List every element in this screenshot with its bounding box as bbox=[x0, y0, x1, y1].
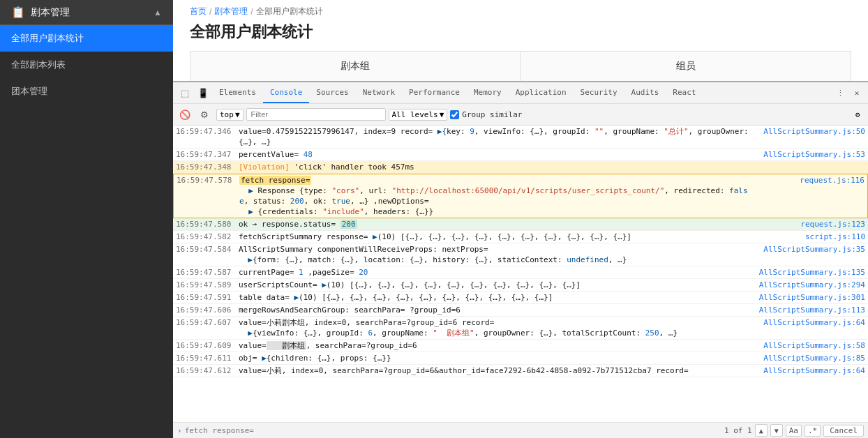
log-msg: value=小莉剧本组, index=0, searchPara=?group_… bbox=[239, 317, 754, 338]
breadcrumb-section[interactable]: 剧本管理 bbox=[214, 6, 248, 17]
log-time: 16:59:47.589 bbox=[176, 280, 239, 290]
sidebar-icon: 📋 bbox=[11, 6, 25, 19]
log-source[interactable]: request.js:116 bbox=[753, 175, 865, 186]
page-count: 1 of 1 bbox=[724, 426, 752, 435]
table-header: 剧本组 组员 bbox=[190, 51, 851, 81]
log-time: 16:59:47.584 bbox=[176, 244, 239, 255]
log-source[interactable]: AllScriptSummary.js:53 bbox=[754, 149, 865, 160]
group-similar-label[interactable]: Group similar bbox=[450, 110, 522, 119]
top-context-dropdown[interactable]: top ▼ bbox=[216, 109, 244, 121]
console-clear-icon[interactable]: 🚫 bbox=[176, 105, 194, 123]
log-msg: obj= ▶{children: {…}, props: {…}} bbox=[239, 353, 754, 363]
sidebar-item-team-management[interactable]: 团本管理 bbox=[0, 78, 173, 105]
devtools-device-icon[interactable]: 📱 bbox=[194, 84, 212, 102]
sidebar-item-all-scripts[interactable]: 全部剧本列表 bbox=[0, 52, 173, 78]
log-source[interactable]: AllScriptSummary.js:58 bbox=[754, 340, 865, 351]
log-msg: percentValue= 48 bbox=[239, 149, 754, 160]
log-row: 16:59:47.611 obj= ▶{children: {…}, props… bbox=[173, 352, 868, 365]
levels-arrow-icon: ▼ bbox=[440, 110, 444, 119]
log-msg: value= 剧本组, searchPara=?group_id=6 bbox=[239, 340, 754, 351]
tab-sources[interactable]: Sources bbox=[309, 82, 355, 103]
devtools-more-icon[interactable]: ⋮ bbox=[832, 84, 848, 102]
log-source[interactable]: AllScriptSummary.js:135 bbox=[754, 267, 865, 278]
tab-console[interactable]: Console bbox=[263, 82, 309, 103]
page-title: 全部用户剧本统计 bbox=[190, 22, 851, 43]
log-row: 16:59:47.607 value=小莉剧本组, index=0, searc… bbox=[173, 317, 868, 340]
log-msg: ok → response.status= 200 bbox=[239, 219, 754, 229]
log-source[interactable]: AllScriptSummary.js:64 bbox=[754, 365, 865, 376]
regex-button[interactable]: .* bbox=[805, 425, 821, 437]
log-time: 16:59:47.347 bbox=[176, 149, 239, 160]
log-msg: currentPage= 1 ,pageSize= 20 bbox=[239, 267, 754, 278]
log-source[interactable]: script.js:110 bbox=[754, 232, 865, 242]
log-row-ok: 16:59:47.580 ok → response.status= 200 r… bbox=[173, 218, 868, 231]
devtools-panel: ⬚ 📱 Elements Console Sources Network Per… bbox=[173, 81, 868, 438]
tab-network[interactable]: Network bbox=[356, 82, 402, 103]
log-source[interactable]: AllScriptSummary.js:64 bbox=[754, 317, 865, 328]
log-msg: value=0.47591522157996147, index=9 recor… bbox=[239, 126, 754, 147]
log-row-highlighted: 16:59:47.578 fetch response= ▶ Response … bbox=[173, 174, 868, 218]
tab-security[interactable]: Security bbox=[574, 82, 624, 103]
tab-audits[interactable]: Audits bbox=[624, 82, 666, 103]
console-prompt-icon: › bbox=[177, 426, 182, 435]
sidebar-collapse-icon[interactable]: ▲ bbox=[154, 8, 162, 17]
sidebar-item-all-user-scripts[interactable]: 全部用户剧本统计 bbox=[0, 25, 173, 52]
console-log-area[interactable]: 16:59:47.346 value=0.47591522157996147, … bbox=[173, 126, 868, 422]
dropdown-arrow-icon: ▼ bbox=[235, 110, 240, 119]
devtools-tab-bar: ⬚ 📱 Elements Console Sources Network Per… bbox=[173, 82, 868, 104]
log-time: 16:59:47.348 bbox=[176, 162, 239, 172]
log-time: 16:59:47.582 bbox=[176, 232, 239, 242]
devtools-inspect-icon[interactable]: ⬚ bbox=[176, 84, 194, 102]
log-msg: AllScriptSummary componentWillReceivePro… bbox=[239, 244, 754, 265]
aa-button[interactable]: Aa bbox=[786, 425, 802, 437]
log-row: 16:59:47.582 fetchScriptSummary response… bbox=[173, 231, 868, 243]
sidebar-header-left: 📋 剧本管理 bbox=[11, 6, 70, 19]
tab-elements[interactable]: Elements bbox=[212, 82, 263, 103]
log-msg: userScriptsCount= ▶(10) [{…}, {…}, {…}, … bbox=[239, 280, 754, 290]
table-col-scripts: 剧本组 bbox=[190, 52, 521, 81]
log-row: 16:59:47.587 currentPage= 1 ,pageSize= 2… bbox=[173, 266, 868, 279]
console-bottom-bar: › 1 of 1 ▲ ▼ Aa .* Cancel bbox=[173, 422, 868, 438]
log-row-violation: 16:59:47.348 [Violation] 'click' handler… bbox=[173, 161, 868, 174]
log-msg: fetchScriptSummary response= ▶(10) [{…},… bbox=[239, 232, 754, 242]
tab-memory[interactable]: Memory bbox=[467, 82, 509, 103]
breadcrumb-sep1: / bbox=[209, 7, 211, 17]
breadcrumb-home[interactable]: 首页 bbox=[190, 6, 207, 17]
console-filter-icon[interactable]: ⚙ bbox=[195, 105, 214, 123]
nav-down-btn[interactable]: ▼ bbox=[770, 424, 783, 437]
log-row: 16:59:47.347 percentValue= 48 AllScriptS… bbox=[173, 149, 868, 161]
log-msg: [Violation] 'click' handler took 457ms bbox=[239, 162, 754, 172]
table-area: 剧本组 组员 bbox=[173, 51, 868, 81]
table-col-members: 组员 bbox=[521, 52, 851, 81]
tab-performance[interactable]: Performance bbox=[402, 82, 467, 103]
log-time: 16:59:47.578 bbox=[177, 175, 239, 186]
filter-input[interactable] bbox=[246, 108, 386, 121]
log-source[interactable]: AllScriptSummary.js:50 bbox=[754, 126, 865, 137]
log-msg: mergeRowsAndSearchGroup: searchPara= ?gr… bbox=[239, 305, 754, 315]
sidebar: 📋 剧本管理 ▲ 全部用户剧本统计 全部剧本列表 团本管理 bbox=[0, 0, 173, 438]
log-source[interactable]: AllScriptSummary.js:113 bbox=[754, 305, 865, 315]
log-row: 16:59:47.606 mergeRowsAndSearchGroup: se… bbox=[173, 304, 868, 317]
devtools-close-icon[interactable]: ✕ bbox=[848, 84, 865, 102]
group-similar-checkbox[interactable] bbox=[450, 110, 459, 119]
levels-dropdown[interactable]: All levels ▼ bbox=[389, 109, 448, 121]
tab-application[interactable]: Application bbox=[509, 82, 574, 103]
cancel-button[interactable]: Cancel bbox=[823, 425, 864, 437]
console-input[interactable] bbox=[185, 426, 721, 435]
log-time: 16:59:47.591 bbox=[176, 292, 239, 303]
log-source[interactable]: AllScriptSummary.js:35 bbox=[754, 244, 865, 255]
bottom-right-controls: 1 of 1 ▲ ▼ Aa .* Cancel bbox=[724, 424, 864, 437]
nav-up-btn[interactable]: ▲ bbox=[755, 424, 768, 437]
breadcrumb-sep2: / bbox=[250, 7, 253, 17]
console-toolbar: 🚫 ⚙ top ▼ All levels ▼ Group similar ⚙ bbox=[173, 104, 868, 126]
sidebar-header: 📋 剧本管理 ▲ bbox=[0, 0, 173, 25]
log-source[interactable]: AllScriptSummary.js:85 bbox=[754, 353, 865, 363]
log-time: 16:59:47.611 bbox=[176, 353, 239, 363]
tab-react[interactable]: React bbox=[666, 82, 703, 103]
log-source[interactable]: AllScriptSummary.js:294 bbox=[754, 280, 865, 290]
console-settings-icon[interactable]: ⚙ bbox=[850, 107, 865, 122]
log-source[interactable]: request.js:123 bbox=[754, 219, 865, 229]
log-source[interactable]: AllScriptSummary.js:301 bbox=[754, 292, 865, 303]
breadcrumb: 首页 / 剧本管理 / 全部用户剧本统计 bbox=[190, 6, 851, 17]
sidebar-title: 剧本管理 bbox=[31, 6, 70, 19]
